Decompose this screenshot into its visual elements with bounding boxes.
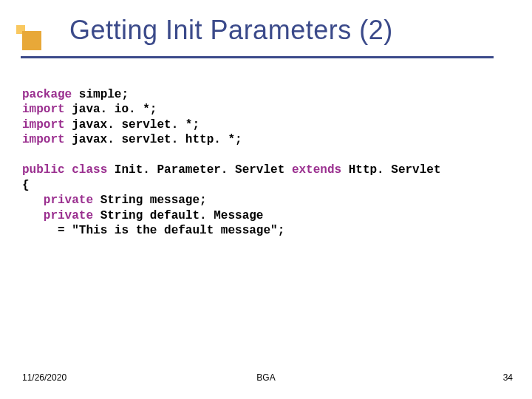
import-stmt: javax. servlet. *;	[65, 118, 200, 132]
keyword-import: import	[22, 103, 65, 116]
footer: 11/26/2020 BGA 34	[0, 372, 532, 383]
superclass-name: Http. Servlet	[341, 163, 440, 177]
keyword-private: private	[44, 194, 93, 207]
keyword-import: import	[22, 118, 65, 132]
field-decl: String default. Message	[93, 209, 263, 222]
title-bullet-graphic	[18, 21, 58, 58]
decor-square-large	[22, 31, 41, 50]
keyword-private: private	[44, 209, 93, 222]
keyword-package: package	[22, 88, 72, 101]
code-content: package simple; import java. io. *; impo…	[0, 52, 532, 239]
footer-center: BGA	[22, 372, 510, 383]
space	[65, 163, 72, 177]
indent	[22, 209, 44, 222]
keyword-extends: extends	[292, 163, 341, 177]
footer-page-number: 34	[503, 372, 513, 383]
field-assign: = "This is the default message";	[58, 224, 284, 237]
package-name: simple;	[72, 88, 129, 101]
slide-title: Getting Init Parameters (2)	[0, 15, 532, 46]
keyword-class: class	[72, 163, 107, 177]
keyword-import: import	[22, 133, 65, 146]
import-stmt: java. io. *;	[65, 103, 157, 116]
brace-open: {	[22, 179, 30, 192]
footer-date: 11/26/2020	[22, 372, 66, 383]
title-underline	[21, 56, 494, 58]
indent	[22, 224, 58, 237]
indent	[22, 194, 44, 207]
import-stmt: javax. servlet. http. *;	[65, 133, 242, 146]
field-decl: String message;	[93, 194, 207, 207]
class-name: Init. Parameter. Servlet	[107, 163, 292, 177]
keyword-public: public	[22, 163, 65, 177]
